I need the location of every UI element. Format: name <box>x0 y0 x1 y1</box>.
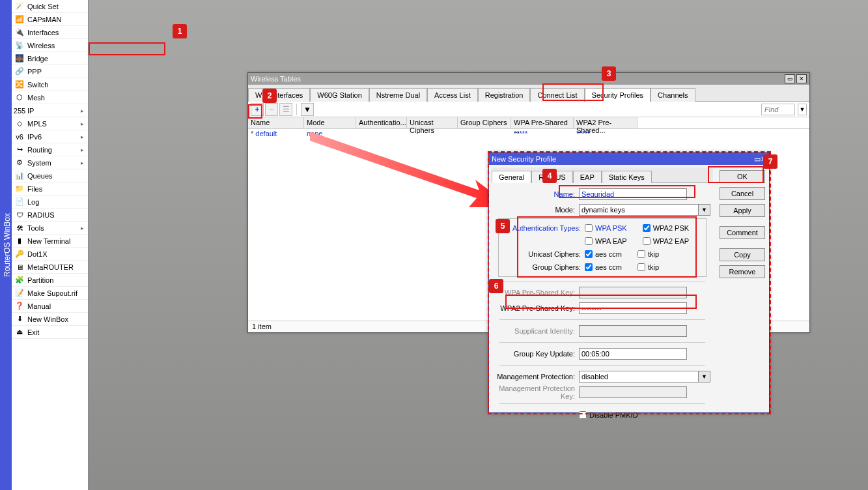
group-tkip-checkbox[interactable] <box>637 263 645 271</box>
disable-pmkid-label: Disable PMKID <box>589 411 638 419</box>
sidebar-item-routing[interactable]: ↪Routing▸ <box>12 143 88 156</box>
col-3[interactable]: Unicast Ciphers <box>407 117 458 128</box>
add-button[interactable]: + <box>251 103 264 116</box>
filter-icon[interactable]: ▼ <box>301 103 314 116</box>
sidebar-item-label: RADIUS <box>27 211 55 219</box>
sidebar-item-new-terminal[interactable]: ▮New Terminal <box>12 235 88 248</box>
tab-w60g-station[interactable]: W60G Station <box>310 88 369 102</box>
mp-select[interactable] <box>579 371 699 382</box>
remove-button[interactable]: − <box>265 103 278 116</box>
wpa-eap-checkbox[interactable] <box>585 237 593 245</box>
app-title-bar: RouterOS WinBox <box>0 0 12 490</box>
sidebar-item-quick-set[interactable]: 🪄Quick Set <box>12 0 88 13</box>
wpa-key-field <box>579 287 687 298</box>
dropdown-icon[interactable]: ▼ <box>699 371 710 382</box>
sidebar-item-manual[interactable]: ❓Manual <box>12 300 88 313</box>
tab-security-profiles[interactable]: Security Profiles <box>585 88 651 102</box>
wpa2-key-label: WPA2 Pre-Shared Key: <box>494 304 579 312</box>
col-0[interactable]: Name <box>248 117 304 128</box>
wpa2-eap-checkbox[interactable] <box>643 237 651 245</box>
sidebar-item-ipv6[interactable]: v6IPv6▸ <box>12 130 88 143</box>
dialog-tab-radius[interactable]: RADIUS <box>531 171 573 183</box>
sidebar-item-bridge[interactable]: 🌉Bridge <box>12 52 88 65</box>
main-workspace: Wireless Tables ▭ ✕ WiFi InterfacesW60G … <box>89 0 868 490</box>
sidebar-item-ppp[interactable]: 🔗PPP <box>12 65 88 78</box>
group-aesccm-checkbox[interactable] <box>585 263 593 271</box>
cancel-button[interactable]: Cancel <box>720 187 765 200</box>
close-icon[interactable]: ✕ <box>761 155 766 164</box>
sidebar-item-capsman[interactable]: 📶CAPsMAN <box>12 13 88 26</box>
sidebar-item-label: Manual <box>27 302 51 310</box>
table-row[interactable]: * defaultnone********** <box>248 129 809 139</box>
col-6[interactable]: WPA2 Pre-Shared... <box>574 117 637 128</box>
tab-channels[interactable]: Channels <box>651 88 695 102</box>
mode-select[interactable] <box>579 204 699 216</box>
sidebar-item-dot1x[interactable]: 🔑Dot1X <box>12 248 88 261</box>
sidebar-item-make-supout-rif[interactable]: 📝Make Supout.rif <box>12 287 88 300</box>
properties-button[interactable]: ☰ <box>279 103 292 116</box>
tab-wifi-interfaces[interactable]: WiFi Interfaces <box>248 88 310 102</box>
sidebar-item-files[interactable]: 📁Files <box>12 182 88 195</box>
window-titlebar[interactable]: Wireless Tables ▭ ✕ <box>248 73 809 85</box>
sidebar-item-system[interactable]: ⚙System▸ <box>12 156 88 169</box>
unicast-label: Unicast Ciphers: <box>501 250 585 258</box>
sidebar-item-mesh[interactable]: ⬡Mesh <box>12 91 88 104</box>
sidebar-item-label: Queues <box>27 172 53 180</box>
find-input[interactable] <box>761 104 795 115</box>
sidebar-item-tools[interactable]: 🛠Tools▸ <box>12 222 88 235</box>
comment-button[interactable]: Comment <box>720 226 765 239</box>
minimize-icon[interactable]: ▭ <box>785 74 795 83</box>
wpa2-psk-checkbox[interactable] <box>643 224 651 232</box>
dropdown-icon[interactable]: ▼ <box>699 204 710 216</box>
tab-access-list[interactable]: Access List <box>427 88 478 102</box>
sidebar-item-label: MPLS <box>27 120 47 128</box>
wpa-psk-checkbox[interactable] <box>585 224 593 232</box>
sidebar-item-label: Log <box>27 198 39 206</box>
name-field[interactable] <box>579 188 687 200</box>
sidebar-item-interfaces[interactable]: 🔌Interfaces <box>12 26 88 39</box>
close-icon[interactable]: ✕ <box>796 74 807 83</box>
tab-registration[interactable]: Registration <box>478 88 531 102</box>
menu-icon: 🖥 <box>14 262 25 272</box>
sidebar-item-queues[interactable]: 📊Queues <box>12 169 88 182</box>
sidebar-item-switch[interactable]: 🔀Switch <box>12 78 88 91</box>
menu-icon: ⬡ <box>14 93 25 103</box>
tab-connect-list[interactable]: Connect List <box>530 88 584 102</box>
dialog-tab-general[interactable]: General <box>492 171 531 183</box>
remove-button[interactable]: Remove <box>720 265 765 278</box>
sidebar-item-metarouter[interactable]: 🖥MetaROUTER <box>12 261 88 274</box>
dialog-titlebar[interactable]: New Security Profile ▭ ✕ <box>489 153 769 165</box>
menu-icon: 🛠 <box>14 223 25 233</box>
dropdown-icon[interactable]: ▼ <box>798 104 807 115</box>
sidebar-item-radius[interactable]: 🛡RADIUS <box>12 209 88 222</box>
mp-label: Management Protection: <box>494 373 579 381</box>
menu-icon: ⏏ <box>14 327 25 338</box>
submenu-arrow-icon: ▸ <box>81 160 84 166</box>
copy-button[interactable]: Copy <box>720 248 765 261</box>
col-4[interactable]: Group Ciphers <box>458 117 511 128</box>
sidebar-item-exit[interactable]: ⏏Exit <box>12 326 88 339</box>
wpa2-key-field[interactable] <box>579 302 687 314</box>
col-5[interactable]: WPA Pre-Shared ... <box>511 117 574 128</box>
col-1[interactable]: Mode <box>304 117 356 128</box>
dialog-tab-eap[interactable]: EAP <box>573 171 602 183</box>
minimize-icon[interactable]: ▭ <box>754 155 761 164</box>
sidebar-item-new-winbox[interactable]: ⬇New WinBox <box>12 313 88 326</box>
disable-pmkid-checkbox[interactable] <box>579 411 587 419</box>
gku-field[interactable] <box>579 348 687 360</box>
menu-icon: 📁 <box>14 184 25 194</box>
unicast-tkip-checkbox[interactable] <box>637 250 645 258</box>
unicast-aesccm-checkbox[interactable] <box>585 250 593 258</box>
tab-nstreme-dual[interactable]: Nstreme Dual <box>369 88 427 102</box>
sidebar-item-label: Files <box>27 185 42 193</box>
apply-button[interactable]: Apply <box>720 204 765 217</box>
sidebar-item-mpls[interactable]: ◇MPLS▸ <box>12 117 88 130</box>
sidebar-item-partition[interactable]: 🧩Partition <box>12 274 88 287</box>
dialog-tab-static-keys[interactable]: Static Keys <box>602 171 652 183</box>
sidebar-item-wireless[interactable]: 📡Wireless <box>12 39 88 52</box>
sidebar-item-ip[interactable]: 255IP▸ <box>12 104 88 117</box>
submenu-arrow-icon: ▸ <box>81 147 84 153</box>
sidebar-item-log[interactable]: 📄Log <box>12 195 88 209</box>
col-2[interactable]: Authenticatio... <box>356 117 407 128</box>
ok-button[interactable]: OK <box>720 170 765 183</box>
